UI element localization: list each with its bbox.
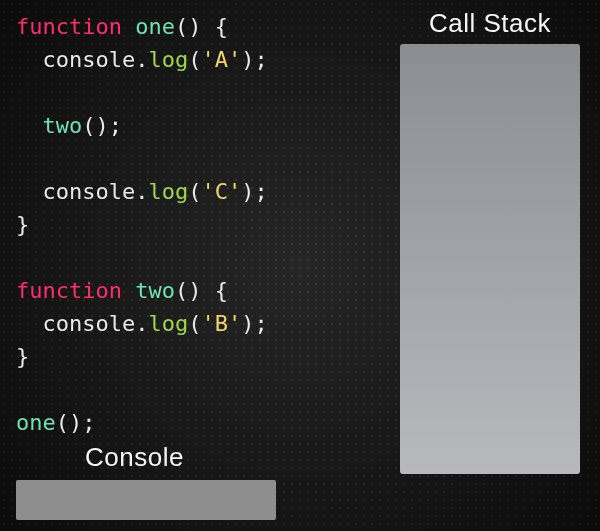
call-stack-panel bbox=[400, 44, 580, 474]
code-token: . bbox=[135, 47, 148, 72]
code-token: ( bbox=[188, 311, 201, 336]
code-token bbox=[16, 179, 43, 204]
code-token: two bbox=[43, 113, 83, 138]
code-token: (); bbox=[56, 410, 96, 435]
code-token bbox=[122, 14, 135, 39]
code-token: ); bbox=[241, 311, 268, 336]
code-token bbox=[16, 113, 43, 138]
code-token: log bbox=[148, 179, 188, 204]
code-token: function bbox=[16, 14, 122, 39]
code-token: ); bbox=[241, 179, 268, 204]
code-token: console bbox=[43, 311, 136, 336]
code-token: console bbox=[43, 47, 136, 72]
console-panel bbox=[16, 480, 276, 520]
code-token bbox=[16, 311, 43, 336]
code-token: () { bbox=[175, 14, 228, 39]
code-token: log bbox=[148, 47, 188, 72]
code-token: ); bbox=[241, 47, 268, 72]
code-token bbox=[122, 278, 135, 303]
code-token: } bbox=[16, 344, 29, 369]
code-token: one bbox=[135, 14, 175, 39]
console-label: Console bbox=[85, 442, 184, 473]
code-token: ( bbox=[188, 47, 201, 72]
code-token: ( bbox=[188, 179, 201, 204]
code-token: function bbox=[16, 278, 122, 303]
code-token: (); bbox=[82, 113, 122, 138]
code-token: two bbox=[135, 278, 175, 303]
code-block: function one() { console.log('A'); two()… bbox=[16, 10, 268, 439]
call-stack-label: Call Stack bbox=[400, 8, 580, 39]
code-token: console bbox=[43, 179, 136, 204]
code-token: 'B' bbox=[201, 311, 241, 336]
code-token: 'A' bbox=[201, 47, 241, 72]
code-token: } bbox=[16, 212, 29, 237]
code-token: . bbox=[135, 311, 148, 336]
code-token bbox=[16, 47, 43, 72]
code-token: () { bbox=[175, 278, 228, 303]
code-token: log bbox=[148, 311, 188, 336]
code-token: . bbox=[135, 179, 148, 204]
code-token: 'C' bbox=[201, 179, 241, 204]
code-token: one bbox=[16, 410, 56, 435]
